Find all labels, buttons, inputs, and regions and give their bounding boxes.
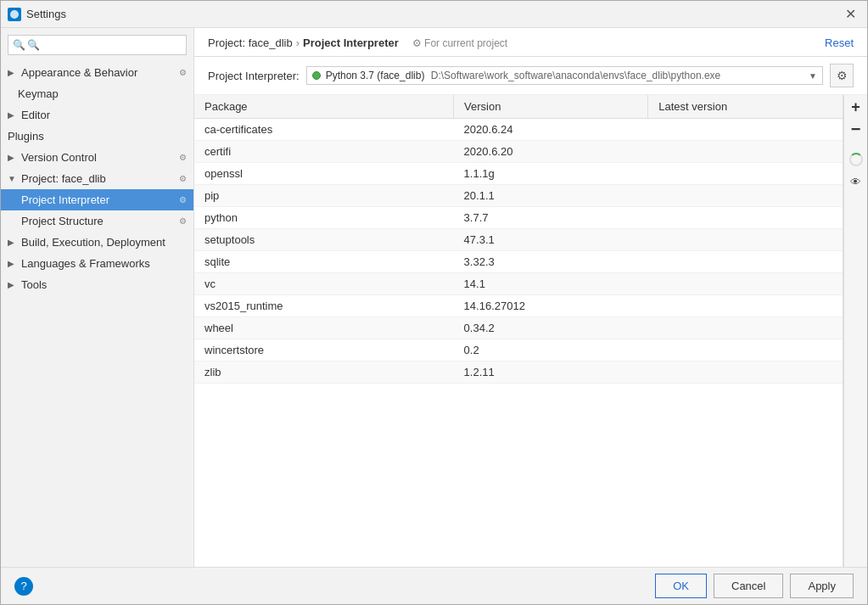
search-box: 🔍 <box>8 35 187 55</box>
cell-latest <box>648 141 843 163</box>
sidebar-item-label: Project Structure <box>21 215 176 227</box>
arrow-icon: ▶ <box>8 153 18 162</box>
breadcrumb: Project: face_dlib › Project Interpreter… <box>208 36 507 49</box>
sidebar-item-label: Keymap <box>18 87 187 100</box>
table-row[interactable]: ca-certificates 2020.6.24 <box>194 119 843 141</box>
svg-point-0 <box>10 10 19 19</box>
sidebar-item-plugins[interactable]: Plugins <box>1 126 193 147</box>
cell-latest <box>648 185 843 207</box>
sidebar-item-version-control[interactable]: ▶ Version Control ⚙ <box>1 147 193 168</box>
cell-version: 14.1 <box>454 273 648 295</box>
interpreter-select[interactable]: Python 3.7 (face_dlib) D:\Software\work_… <box>306 66 823 85</box>
search-input[interactable] <box>8 35 187 55</box>
arrow-icon: ▶ <box>8 280 18 289</box>
cell-latest <box>648 229 843 251</box>
sidebar-item-label: Languages & Frameworks <box>21 257 187 270</box>
table-row[interactable]: vs2015_runtime 14.16.27012 <box>194 295 843 317</box>
settings-icon: ⚙ <box>179 153 187 162</box>
titlebar: Settings ✕ <box>1 1 867 28</box>
sidebar-item-label: Tools <box>21 278 187 291</box>
sidebar-item-languages-frameworks[interactable]: ▶ Languages & Frameworks <box>1 253 193 274</box>
breadcrumb-separator: › <box>296 36 300 49</box>
sidebar: 🔍 ▶ Appearance & Behavior ⚙ Keymap ▶ Edi… <box>1 28 194 567</box>
window-title: Settings <box>26 8 840 20</box>
interpreter-gear-button[interactable]: ⚙ <box>830 64 854 87</box>
cell-latest <box>648 317 843 339</box>
interpreter-label: Project Interpreter: <box>208 70 300 82</box>
cell-version: 14.16.27012 <box>454 295 648 317</box>
sidebar-item-keymap[interactable]: Keymap <box>1 83 193 104</box>
cell-version: 1.1.1g <box>454 163 648 185</box>
ok-button[interactable]: OK <box>655 574 707 598</box>
arrow-icon: ▼ <box>8 174 18 183</box>
cell-version: 0.34.2 <box>454 317 648 339</box>
packages-table: Package Version Latest version ca-certif… <box>194 95 843 384</box>
col-latest[interactable]: Latest version <box>648 95 843 119</box>
cell-version: 1.2.11 <box>454 361 648 384</box>
cell-version: 3.7.7 <box>454 207 648 229</box>
sidebar-item-project-structure[interactable]: Project Structure ⚙ <box>1 210 193 232</box>
sidebar-item-appearance-behavior[interactable]: ▶ Appearance & Behavior ⚙ <box>1 62 193 83</box>
cancel-button[interactable]: Cancel <box>714 574 783 598</box>
table-row[interactable]: python 3.7.7 <box>194 207 843 229</box>
table-row[interactable]: certifi 2020.6.20 <box>194 141 843 163</box>
main-header: Project: face_dlib › Project Interpreter… <box>194 28 867 57</box>
main-content: 🔍 ▶ Appearance & Behavior ⚙ Keymap ▶ Edi… <box>1 28 867 567</box>
cell-version: 2020.6.20 <box>454 141 648 163</box>
sidebar-item-label: Editor <box>21 109 187 121</box>
packages-table-container: Package Version Latest version ca-certif… <box>194 95 843 567</box>
add-package-button[interactable]: + <box>846 97 866 117</box>
cell-latest <box>648 163 843 185</box>
footer: ? OK Cancel Apply <box>1 567 867 604</box>
table-row[interactable]: setuptools 47.3.1 <box>194 229 843 251</box>
settings-icon: ⚙ <box>179 216 187 226</box>
cell-version: 20.1.1 <box>454 185 648 207</box>
remove-package-button[interactable]: − <box>846 119 866 139</box>
sidebar-item-project-face-dlib[interactable]: ▼ Project: face_dlib ⚙ <box>1 168 193 189</box>
cell-package: python <box>194 207 454 229</box>
table-row[interactable]: pip 20.1.1 <box>194 185 843 207</box>
table-row[interactable]: vc 14.1 <box>194 273 843 295</box>
arrow-icon: ▶ <box>8 259 18 268</box>
sidebar-actions: + − 👁 <box>843 95 867 567</box>
sidebar-item-build-execution[interactable]: ▶ Build, Execution, Deployment <box>1 232 193 253</box>
cell-latest <box>648 207 843 229</box>
sidebar-item-label: Version Control <box>21 151 176 164</box>
table-row[interactable]: openssl 1.1.1g <box>194 163 843 185</box>
cell-latest <box>648 339 843 361</box>
apply-button[interactable]: Apply <box>790 574 854 598</box>
app-icon <box>8 8 21 21</box>
show-details-button[interactable]: 👁 <box>846 171 866 192</box>
cell-package: setuptools <box>194 229 454 251</box>
table-row[interactable]: wincertstore 0.2 <box>194 339 843 361</box>
search-icon: 🔍 <box>13 39 25 51</box>
help-button[interactable]: ? <box>14 577 33 596</box>
cell-version: 3.32.3 <box>454 251 648 273</box>
table-row[interactable]: zlib 1.2.11 <box>194 361 843 384</box>
cell-package: certifi <box>194 141 454 163</box>
cell-latest <box>648 119 843 141</box>
sidebar-item-tools[interactable]: ▶ Tools <box>1 274 193 295</box>
interpreter-row: Project Interpreter: Python 3.7 (face_dl… <box>194 57 867 95</box>
table-row[interactable]: wheel 0.34.2 <box>194 317 843 339</box>
footer-buttons: OK Cancel Apply <box>655 574 854 598</box>
cell-latest <box>648 273 843 295</box>
packages-area: Package Version Latest version ca-certif… <box>194 95 867 567</box>
cell-package: zlib <box>194 361 454 384</box>
sidebar-item-editor[interactable]: ▶ Editor <box>1 104 193 126</box>
interpreter-status-dot <box>312 71 321 80</box>
reset-button[interactable]: Reset <box>825 36 854 49</box>
sidebar-item-project-interpreter[interactable]: Project Interpreter ⚙ <box>1 189 193 210</box>
breadcrumb-parent: Project: face_dlib <box>208 36 293 49</box>
sidebar-item-label: Project Interpreter <box>21 193 176 206</box>
sidebar-item-label: Plugins <box>8 130 187 143</box>
col-version[interactable]: Version <box>454 95 648 119</box>
cell-package: openssl <box>194 163 454 185</box>
breadcrumb-current: Project Interpreter <box>303 36 399 49</box>
table-row[interactable]: sqlite 3.32.3 <box>194 251 843 273</box>
loading-indicator <box>849 153 863 166</box>
main-panel: Project: face_dlib › Project Interpreter… <box>194 28 867 567</box>
close-button[interactable]: ✕ <box>840 4 860 25</box>
sidebar-item-label: Appearance & Behavior <box>21 66 176 79</box>
col-package[interactable]: Package <box>194 95 454 119</box>
